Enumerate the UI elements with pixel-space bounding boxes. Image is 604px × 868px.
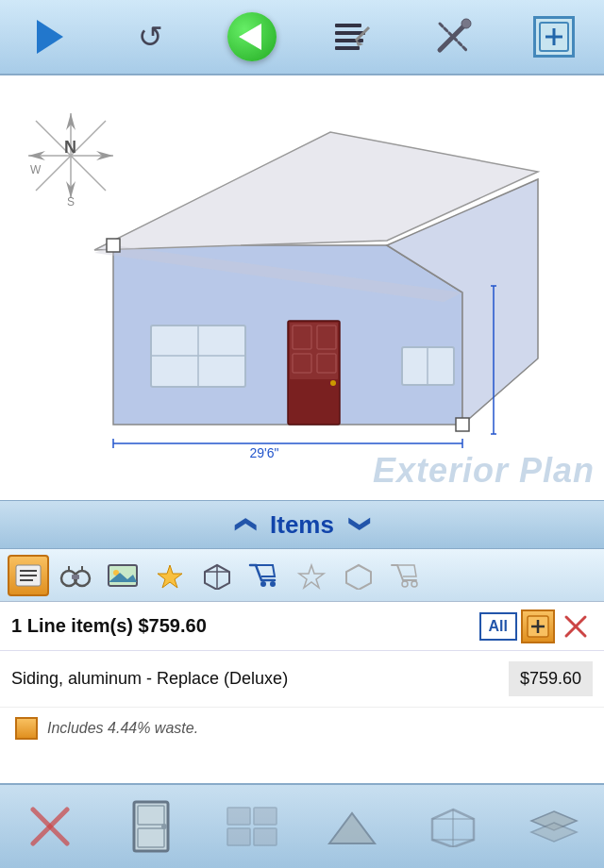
chevron-forward-button[interactable] bbox=[24, 10, 76, 63]
svg-point-33 bbox=[330, 380, 336, 386]
image-view-button[interactable] bbox=[102, 555, 143, 596]
svg-rect-44 bbox=[456, 418, 469, 431]
all-button[interactable]: All bbox=[479, 612, 517, 641]
door-button[interactable] bbox=[118, 793, 184, 860]
add-item-icon bbox=[527, 615, 549, 638]
play-button[interactable] bbox=[226, 10, 278, 63]
summary-bar: 1 Line item(s) $759.60 All bbox=[0, 602, 604, 651]
svg-point-65 bbox=[260, 581, 266, 587]
svg-marker-92 bbox=[531, 823, 577, 842]
favorites-button[interactable] bbox=[149, 555, 191, 596]
svg-rect-0 bbox=[335, 24, 361, 27]
svg-rect-82 bbox=[227, 808, 250, 825]
svg-point-69 bbox=[402, 581, 408, 587]
image-icon bbox=[107, 561, 139, 590]
x-delete-icon bbox=[25, 802, 75, 851]
cart-icon bbox=[248, 561, 280, 590]
svg-point-66 bbox=[270, 581, 276, 587]
items-toolbar bbox=[0, 549, 604, 602]
add-button[interactable] bbox=[528, 10, 580, 63]
waste-icon bbox=[15, 717, 38, 740]
empty-star-icon bbox=[295, 561, 327, 590]
play-icon bbox=[227, 12, 277, 61]
svg-point-81 bbox=[161, 824, 167, 829]
roof-icon bbox=[326, 806, 378, 847]
layers-icon bbox=[528, 806, 580, 847]
house-3d-view: 29'6" bbox=[38, 104, 566, 462]
svg-marker-61 bbox=[158, 565, 182, 588]
svg-rect-85 bbox=[254, 828, 277, 845]
bottom-toolbar bbox=[0, 783, 604, 868]
line-item-description: Siding, aluminum - Replace (Deluxe) bbox=[11, 669, 509, 689]
list-view-icon bbox=[14, 561, 42, 590]
package-button[interactable] bbox=[196, 555, 238, 596]
tools-button[interactable] bbox=[427, 10, 479, 63]
delete-item-button[interactable] bbox=[559, 609, 593, 643]
floor-button[interactable] bbox=[219, 793, 285, 860]
ghost-box-icon bbox=[343, 561, 375, 590]
svg-marker-68 bbox=[346, 565, 371, 590]
svg-rect-3 bbox=[335, 46, 360, 50]
ghost-cart-icon bbox=[390, 561, 422, 590]
undo-button[interactable]: ↺ bbox=[125, 10, 177, 63]
delete-icon bbox=[562, 613, 589, 640]
chevron-right-icon bbox=[37, 20, 63, 54]
cart-button[interactable] bbox=[243, 555, 285, 596]
svg-point-8 bbox=[461, 19, 471, 28]
list-view-button[interactable] bbox=[8, 555, 49, 596]
empty-star-button[interactable] bbox=[291, 555, 332, 596]
svg-rect-43 bbox=[107, 239, 120, 252]
summary-text: 1 Line item(s) $759.60 bbox=[11, 615, 479, 637]
svg-marker-86 bbox=[329, 813, 375, 843]
svg-rect-84 bbox=[227, 828, 250, 845]
door-icon bbox=[126, 798, 176, 855]
ghost-cart-button[interactable] bbox=[385, 555, 427, 596]
add-icon bbox=[533, 16, 575, 58]
view-area: N W S bbox=[0, 75, 604, 500]
3d-box-button[interactable] bbox=[420, 793, 486, 860]
svg-rect-28 bbox=[290, 323, 338, 379]
svg-rect-55 bbox=[72, 575, 79, 579]
list-button[interactable] bbox=[326, 10, 378, 63]
ghost-box-button[interactable] bbox=[338, 555, 379, 596]
waste-row: Includes 4.44% waste. bbox=[0, 708, 604, 749]
add-item-button[interactable] bbox=[521, 609, 555, 643]
package-icon bbox=[201, 561, 233, 590]
svg-text:29'6": 29'6" bbox=[249, 445, 278, 460]
binoculars-icon bbox=[59, 561, 92, 590]
search-view-button[interactable] bbox=[55, 555, 96, 596]
svg-point-70 bbox=[411, 581, 417, 587]
layers-button[interactable] bbox=[521, 793, 587, 860]
exterior-plan-label: Exterior Plan bbox=[373, 451, 595, 491]
undo-icon: ↺ bbox=[138, 19, 163, 55]
list-icon bbox=[331, 16, 373, 58]
delete-button[interactable] bbox=[17, 793, 83, 860]
floor-icon bbox=[226, 806, 278, 847]
line-item-price: $759.60 bbox=[509, 661, 593, 696]
star-icon bbox=[154, 561, 186, 590]
tools-icon bbox=[432, 16, 474, 58]
items-expand-right-icon[interactable]: ❮ bbox=[345, 516, 370, 533]
items-title: Items bbox=[270, 510, 334, 540]
items-header[interactable]: ❮ Items ❮ bbox=[0, 500, 604, 549]
svg-marker-67 bbox=[299, 565, 324, 588]
items-expand-left-icon[interactable]: ❮ bbox=[234, 516, 259, 533]
top-toolbar: ↺ bbox=[0, 0, 604, 75]
svg-rect-83 bbox=[254, 808, 277, 825]
waste-text: Includes 4.44% waste. bbox=[47, 720, 198, 737]
line-item-row[interactable]: Siding, aluminum - Replace (Deluxe) $759… bbox=[0, 651, 604, 708]
summary-actions: All bbox=[479, 609, 593, 643]
roof-button[interactable] bbox=[319, 793, 385, 860]
3d-box-icon bbox=[428, 806, 478, 847]
